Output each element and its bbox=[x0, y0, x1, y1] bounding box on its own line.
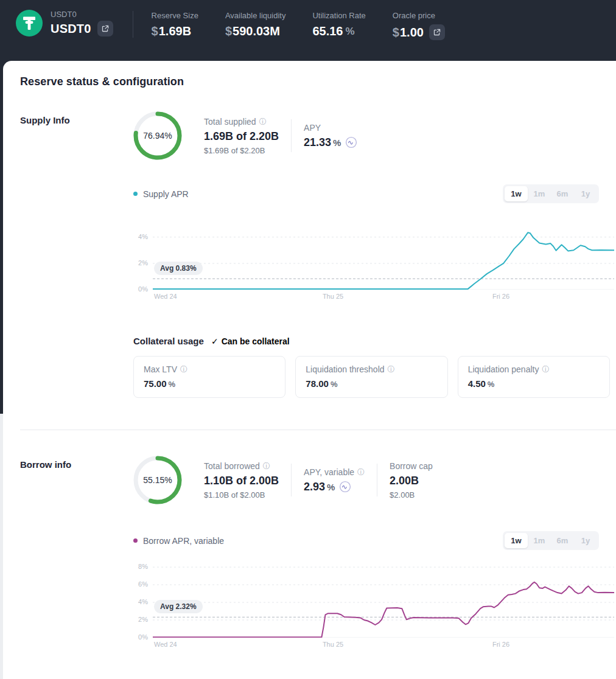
supply-utilization-donut: 76.94% bbox=[133, 111, 182, 160]
page-title: Reserve status & configuration bbox=[3, 61, 616, 88]
supply-section: Supply Info 76.94% Total suppliedⓘ 1.69B… bbox=[3, 111, 616, 398]
borrow-apr-legend: Borrow APR, variable bbox=[133, 536, 224, 546]
supply-donut-percent: 76.94% bbox=[133, 111, 182, 160]
x-axis-tick: Thu 25 bbox=[323, 293, 343, 300]
total-supplied-kpi: Total suppliedⓘ 1.69B of 2.20B $1.69B of… bbox=[204, 117, 291, 155]
stat-available-liquidity: Available liquidity $590.03M bbox=[225, 11, 286, 40]
y-axis-tick: 2% bbox=[138, 259, 148, 266]
external-link-icon bbox=[433, 29, 441, 36]
stat-reserve-size: Reserve Size $1.69B bbox=[152, 11, 198, 40]
stat-utilization-rate: Utilization Rate 65.16% bbox=[312, 11, 365, 40]
reserve-header: USDT0 USDT0 Reserve Size $1.69B Availabl… bbox=[0, 0, 616, 61]
y-axis-tick: 0% bbox=[138, 285, 148, 293]
y-axis-tick: 4% bbox=[138, 233, 148, 240]
supply-apr-legend: Supply APR bbox=[133, 189, 189, 199]
apr-line bbox=[153, 232, 614, 289]
total-borrowed-kpi: Total borrowedⓘ 1.10B of 2.00B $1.10B of… bbox=[204, 461, 291, 500]
y-axis-tick: 6% bbox=[138, 580, 148, 588]
supply-time-range-selector: 1w 1m 6m 1y bbox=[503, 184, 599, 203]
time-range-1w[interactable]: 1w bbox=[505, 186, 528, 201]
borrow-apr-chart: 0%2%4%6%8% Avg 2.32% Wed 24Thu 25Fri 26 bbox=[133, 561, 616, 650]
x-axis-tick: Fri 26 bbox=[492, 293, 509, 300]
info-icon[interactable]: ⓘ bbox=[263, 462, 270, 470]
info-icon[interactable]: ⓘ bbox=[388, 366, 395, 373]
supply-section-label: Supply Info bbox=[20, 111, 133, 398]
supply-apy-kpi: APY 21.33% bbox=[304, 123, 369, 149]
borrow-chart-x-axis: Wed 24Thu 25Fri 26 bbox=[153, 638, 616, 650]
stat-oracle-price: Oracle price $1.00 bbox=[393, 11, 445, 40]
time-range-6m[interactable]: 6m bbox=[551, 533, 574, 548]
time-range-6m[interactable]: 6m bbox=[551, 186, 574, 201]
apr-line bbox=[153, 582, 614, 638]
x-axis-tick: Wed 24 bbox=[154, 293, 177, 300]
supply-chart-plot: Avg 0.83% bbox=[153, 223, 614, 290]
header-divider bbox=[133, 11, 133, 38]
oracle-external-link-button[interactable] bbox=[429, 24, 445, 40]
header-stats: Reserve Size $1.69B Available liquidity … bbox=[152, 10, 445, 40]
token-external-link-button[interactable] bbox=[97, 21, 113, 37]
time-range-1w[interactable]: 1w bbox=[505, 533, 528, 548]
check-icon: ✓ bbox=[211, 336, 219, 346]
external-link-icon bbox=[102, 25, 109, 32]
borrow-section: Borrow info 55.15% Total borrowedⓘ 1.10B… bbox=[3, 456, 616, 650]
supply-chart-x-axis: Wed 24Thu 25Fri 26 bbox=[153, 290, 616, 302]
apy-wave-icon[interactable] bbox=[345, 136, 357, 148]
supply-apr-svg bbox=[153, 223, 614, 290]
borrow-apr-dot bbox=[133, 538, 138, 543]
max-ltv-card: Max LTVⓘ 75.00% bbox=[133, 356, 285, 398]
borrow-donut-percent: 55.15% bbox=[133, 456, 182, 504]
info-icon[interactable]: ⓘ bbox=[357, 468, 365, 476]
info-icon[interactable]: ⓘ bbox=[180, 366, 187, 373]
y-axis-tick: 8% bbox=[138, 563, 148, 570]
apy-wave-icon[interactable] bbox=[339, 481, 351, 493]
liquidation-penalty-card: Liquidation penaltyⓘ 4.50% bbox=[458, 356, 610, 398]
borrow-chart-y-axis: 0%2%4%6%8% bbox=[133, 561, 153, 638]
collateral-usage-heading: Collateral usage bbox=[133, 336, 204, 346]
kpi-divider bbox=[291, 119, 292, 152]
info-icon[interactable]: ⓘ bbox=[542, 366, 549, 373]
token-label: USDT0 bbox=[51, 10, 113, 19]
borrow-cap-kpi: Borrow cap 2.00B $2.00B bbox=[390, 461, 445, 500]
borrow-utilization-donut: 55.15% bbox=[133, 456, 182, 504]
time-range-1y[interactable]: 1y bbox=[574, 533, 597, 548]
info-icon[interactable]: ⓘ bbox=[259, 118, 267, 125]
kpi-divider bbox=[291, 464, 292, 496]
x-axis-tick: Wed 24 bbox=[154, 641, 177, 648]
supply-chart-y-axis: 0%2%4% bbox=[133, 223, 153, 290]
avg-badge: Avg 2.32% bbox=[154, 600, 203, 613]
borrow-time-range-selector: 1w 1m 6m 1y bbox=[503, 531, 599, 550]
supply-apr-chart: 0%2%4% Avg 0.83% Wed 24Thu 25Fri 26 bbox=[133, 223, 616, 302]
reserve-status-card: Reserve status & configuration Supply In… bbox=[3, 61, 616, 679]
supply-apr-dot bbox=[133, 192, 138, 196]
time-range-1y[interactable]: 1y bbox=[574, 186, 597, 201]
token-name: USDT0 bbox=[51, 22, 91, 36]
avg-badge: Avg 0.83% bbox=[154, 262, 203, 275]
borrow-chart-plot: Avg 2.32% bbox=[153, 561, 614, 638]
usdt0-token-icon bbox=[16, 10, 43, 37]
y-axis-tick: 2% bbox=[138, 616, 148, 623]
section-divider bbox=[20, 430, 616, 430]
borrow-apy-kpi: APY, variableⓘ 2.93% bbox=[304, 467, 377, 493]
kpi-divider bbox=[377, 464, 377, 496]
x-axis-tick: Fri 26 bbox=[492, 641, 509, 648]
borrow-apr-svg bbox=[153, 561, 614, 638]
time-range-1m[interactable]: 1m bbox=[528, 533, 551, 548]
x-axis-tick: Thu 25 bbox=[323, 641, 343, 648]
token-group: USDT0 USDT0 bbox=[16, 10, 113, 37]
borrow-section-label: Borrow info bbox=[20, 456, 133, 650]
y-axis-tick: 0% bbox=[138, 633, 148, 641]
token-text: USDT0 USDT0 bbox=[51, 10, 113, 37]
time-range-1m[interactable]: 1m bbox=[528, 186, 551, 201]
liquidation-threshold-card: Liquidation thresholdⓘ 78.00% bbox=[295, 356, 447, 398]
y-axis-tick: 4% bbox=[138, 598, 148, 605]
can-be-collateral-badge: ✓ Can be collateral bbox=[211, 336, 290, 346]
